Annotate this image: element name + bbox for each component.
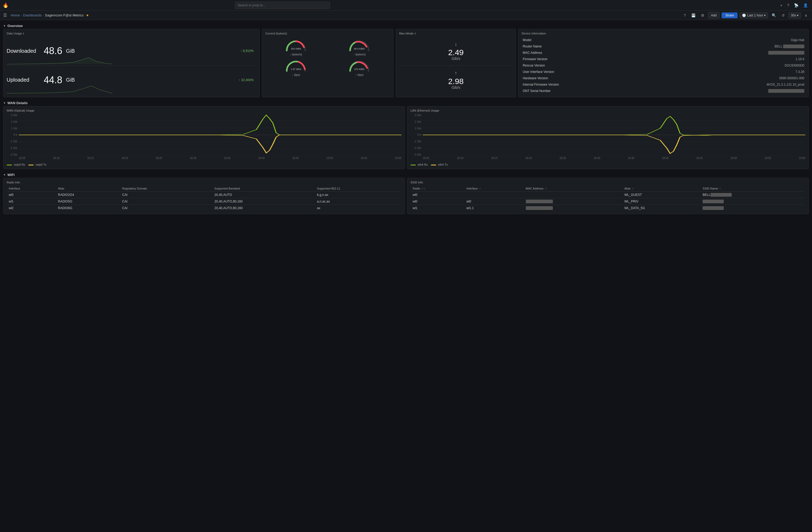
x-label: 18:50 bbox=[730, 157, 737, 160]
table-header-row: Radio ↑▽ Interface ▽ MAC Address ▽ Alias… bbox=[410, 186, 806, 192]
topbar: 🔥 + ? 📡 👤 bbox=[0, 0, 812, 11]
gauge-row-1: 252 KiB/s ↓ (bytes/s) 46.5 KiB/s ↑ (byte… bbox=[265, 37, 390, 56]
uploaded-sparkline bbox=[6, 84, 113, 95]
filter-icon: ▽ bbox=[719, 187, 721, 190]
y-label: 0 b bbox=[6, 133, 17, 136]
ont-serial-blurred: ████████████████ bbox=[768, 89, 804, 93]
ssid-info-table: Radio ↑▽ Interface ▽ MAC Address ▽ Alias… bbox=[410, 186, 806, 211]
breadcrumb-dashboards[interactable]: Dashboards bbox=[23, 13, 42, 17]
interval-chevron: ▾ bbox=[797, 14, 798, 17]
table-row: wl0 RADIO2G4 CAI 20,40,AUTO b,g,n,ax bbox=[6, 192, 402, 198]
uploaded-unit: GiB bbox=[66, 77, 75, 83]
col-80211: Supported 802.11 bbox=[315, 186, 402, 192]
help-button[interactable]: ? bbox=[785, 3, 791, 8]
navbar-right: ? 💾 ⚙ Add Share 🕐 Last 1 hour ▾ 🔍 ↺ 30s … bbox=[682, 12, 809, 18]
navbar: ☰ Home › Dashboards › Sagemcom F@st Metr… bbox=[0, 11, 812, 20]
collapse-button[interactable]: ∧ bbox=[803, 13, 809, 18]
table-row: Firmware Version 1.19.6 bbox=[522, 56, 805, 62]
router-name-blurred: ████████ bbox=[783, 44, 804, 48]
ssid-info-panel: SSID Info Radio ↑▽ Interface ▽ MAC Addre… bbox=[407, 178, 809, 214]
x-label: 18:40 bbox=[258, 157, 265, 160]
refresh-button[interactable]: ↺ bbox=[780, 13, 786, 18]
eth-rx-legend-dot bbox=[410, 164, 416, 166]
wifi-row: Radio Info Interface Alias Regulatory Do… bbox=[3, 178, 809, 214]
add-button[interactable]: Add bbox=[708, 12, 720, 18]
col-alias: Alias ▽ bbox=[622, 186, 700, 192]
downloaded-sparkline bbox=[6, 55, 113, 66]
svg-text:46.5 KiB/s: 46.5 KiB/s bbox=[354, 47, 365, 50]
uploaded-change: ↑ 32,400% bbox=[238, 78, 256, 82]
x-label: 18:05 bbox=[423, 157, 429, 160]
time-range-selector[interactable]: 🕐 Last 1 hour ▾ bbox=[740, 13, 768, 18]
lan-ethernet-title: LAN (Ethernet) Usage bbox=[410, 109, 806, 112]
table-row: wl0 WL_GUEST BELL████ bbox=[410, 192, 806, 198]
x-label: 18:30 bbox=[190, 157, 197, 160]
gauge-svg-2: 46.5 KiB/s bbox=[347, 37, 371, 53]
menu-icon[interactable]: ☰ bbox=[3, 13, 7, 18]
col-ssid-name: SSID Name ▽ bbox=[700, 186, 806, 192]
table-row: wl1 RADIO5G CAI 20,40,AUTO,80,160 a,n,ac… bbox=[6, 198, 402, 205]
x-label: 18:55 bbox=[765, 157, 771, 160]
search-input[interactable] bbox=[235, 2, 330, 9]
x-label: 18:30 bbox=[594, 157, 600, 160]
wan-caret: ▼ bbox=[3, 102, 6, 104]
y-label: 0 b bbox=[410, 133, 421, 136]
breadcrumb-home[interactable]: Home bbox=[11, 13, 20, 17]
y-label: -3 Gib bbox=[6, 153, 17, 156]
help-nav-button[interactable]: ? bbox=[682, 13, 687, 18]
interval-label: 30s bbox=[791, 14, 796, 17]
col-radio: Radio ↑▽ bbox=[410, 186, 464, 192]
wifi-section-header[interactable]: ▼ WiFi bbox=[3, 171, 809, 178]
overview-section-header[interactable]: ▼ Overview bbox=[3, 22, 809, 29]
gauge-up-bps: 372 KiB/s ↑ (bps) bbox=[329, 57, 390, 76]
gauge1-label: ↓ (bytes/s) bbox=[290, 53, 302, 56]
x-label: 18:25 bbox=[560, 157, 566, 160]
eth-rx-legend: eth4 Rx bbox=[410, 163, 428, 166]
x-label: 18:35 bbox=[628, 157, 635, 160]
filter-icon: ▽ bbox=[632, 187, 634, 190]
wan-optical-chart bbox=[19, 114, 402, 156]
radio-info-table: Interface Alias Regulatory Domain Suppor… bbox=[6, 186, 402, 211]
x-label: 18:25 bbox=[156, 157, 162, 160]
uploaded-label: Uploaded bbox=[6, 77, 39, 83]
save-button[interactable]: 💾 bbox=[690, 13, 697, 18]
overview-row: Data Usage ℹ Downloaded 48.6 GiB ↑ 8,910… bbox=[3, 29, 809, 97]
data-usage-title: Data Usage ℹ bbox=[6, 32, 256, 35]
download-bitrate-row: ↓ 2.49 Gib/s bbox=[399, 37, 512, 66]
gauge-svg-4: 372 KiB/s bbox=[347, 57, 371, 73]
x-label: 18:20 bbox=[525, 157, 532, 160]
ssid-blurred: ████ bbox=[710, 193, 732, 197]
settings-button[interactable]: ⚙ bbox=[699, 13, 706, 18]
wifi-title: WiFi bbox=[8, 173, 15, 177]
upload-bitrate-row: ↑ 2.98 Gib/s bbox=[399, 66, 512, 95]
share-button[interactable]: Share bbox=[722, 13, 738, 18]
gauge-down-bps: 1.97 Mb/s ↓ (bps) bbox=[265, 57, 327, 76]
y-label: 2 Gib bbox=[410, 120, 421, 123]
breadcrumb: Home › Dashboards › Sagemcom F@st Metric… bbox=[11, 13, 89, 17]
news-button[interactable]: 📡 bbox=[793, 3, 800, 8]
x-label: 18:20 bbox=[121, 157, 128, 160]
svg-text:252 KiB/s: 252 KiB/s bbox=[291, 47, 301, 50]
gauge-svg-1: 252 KiB/s bbox=[284, 37, 308, 53]
breadcrumb-sep2: › bbox=[43, 13, 44, 17]
bitrate-info-icon: ℹ bbox=[415, 32, 416, 35]
favorite-star[interactable]: ★ bbox=[86, 13, 89, 17]
interval-selector[interactable]: 30s ▾ bbox=[788, 13, 801, 18]
y-label: 2 Gib bbox=[6, 120, 17, 123]
table-row: User Interface Version 7.3.28 bbox=[522, 69, 805, 75]
zoom-out-button[interactable]: 🔍 bbox=[770, 13, 778, 18]
y-label: -1 Gib bbox=[6, 140, 17, 143]
user-button[interactable]: 👤 bbox=[802, 3, 809, 8]
topbar-right: + ? 📡 👤 bbox=[779, 3, 809, 8]
mac-blurred: ████████████ bbox=[526, 206, 553, 210]
new-button[interactable]: + bbox=[779, 3, 784, 8]
current-bytes-title: Current (bytes/s) bbox=[265, 32, 390, 35]
rx-legend: veip0 Rx bbox=[6, 163, 25, 166]
max-bitrate-panel: Max bitrate ℹ ↓ 2.49 Gib/s ↑ 2.98 Gib/s bbox=[396, 29, 516, 97]
x-label: 18:10 bbox=[457, 157, 464, 160]
table-row: wl0 wl0 ████████████ WL_PRIV ████████ bbox=[410, 198, 806, 205]
wan-section-header[interactable]: ▼ WAN Details bbox=[3, 99, 809, 106]
svg-text:1.97 Mb/s: 1.97 Mb/s bbox=[291, 68, 301, 71]
device-info-title: Device Information bbox=[522, 32, 806, 35]
device-info-panel: Device Information Model Giga Hub Router… bbox=[518, 29, 809, 97]
